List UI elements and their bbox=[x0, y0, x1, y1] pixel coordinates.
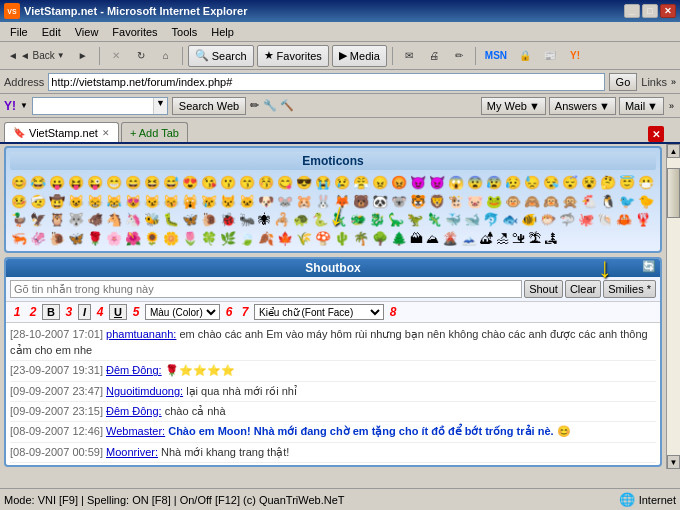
emoticon[interactable]: 🐔 bbox=[580, 193, 598, 211]
emoticon[interactable]: 🙈 bbox=[523, 193, 541, 211]
emoticon[interactable]: 😴 bbox=[561, 174, 579, 192]
search-web-button[interactable]: Search Web bbox=[172, 97, 246, 115]
emoticon[interactable]: 🤠 bbox=[48, 193, 66, 211]
main-scrollbar[interactable]: ▲ ▼ bbox=[666, 144, 680, 469]
emoticon[interactable]: 🌋 bbox=[441, 230, 459, 248]
shout-user[interactable]: Đêm Đông: bbox=[106, 405, 162, 417]
menu-help[interactable]: Help bbox=[205, 25, 240, 39]
extra-btn3[interactable]: Y! bbox=[564, 45, 586, 67]
smilies-button[interactable]: Smilies * bbox=[603, 280, 656, 298]
emoticon[interactable]: 😹 bbox=[105, 193, 123, 211]
emoticon[interactable]: 😭 bbox=[314, 174, 332, 192]
emoticon[interactable]: 🐻 bbox=[352, 193, 370, 211]
scroll-up-button[interactable]: ▲ bbox=[667, 144, 680, 158]
emoticon[interactable]: ⛰ bbox=[425, 230, 440, 248]
emoticon[interactable]: 🦊 bbox=[333, 193, 351, 211]
favorites-button[interactable]: ★ Favorites bbox=[257, 45, 329, 67]
shout-input[interactable] bbox=[10, 280, 522, 298]
emoticon[interactable]: 😷 bbox=[637, 174, 655, 192]
emoticon[interactable]: 🏖 bbox=[495, 230, 510, 248]
emoticon[interactable]: 🙉 bbox=[542, 193, 560, 211]
scroll-thumb[interactable] bbox=[667, 168, 680, 218]
emoticon[interactable]: 🍁 bbox=[276, 230, 294, 248]
active-tab[interactable]: 🔖 VietStamp.net ✕ bbox=[4, 122, 119, 142]
emoticon[interactable]: 🐢 bbox=[292, 211, 310, 229]
emoticon[interactable]: 😪 bbox=[542, 174, 560, 192]
emoticon[interactable]: 🌴 bbox=[352, 230, 370, 248]
emoticon[interactable]: 🏜 bbox=[511, 230, 526, 248]
emoticon[interactable]: 🐯 bbox=[409, 193, 427, 211]
emoticon[interactable]: 🦈 bbox=[558, 211, 576, 229]
menu-tools[interactable]: Tools bbox=[166, 25, 204, 39]
emoticon[interactable]: 😛 bbox=[48, 174, 66, 192]
minimize-button[interactable]: _ bbox=[624, 4, 640, 18]
emoticon[interactable]: 🦀 bbox=[615, 211, 633, 229]
address-input[interactable] bbox=[48, 73, 604, 91]
font-select[interactable]: Kiểu chữ (Font Face) [Default] bbox=[254, 304, 384, 320]
emoticon[interactable]: 🐨 bbox=[390, 193, 408, 211]
emoticon[interactable]: 🐉 bbox=[368, 211, 386, 229]
emoticon[interactable]: 🌿 bbox=[219, 230, 237, 248]
ie-tab-close[interactable]: ✕ bbox=[648, 126, 664, 142]
extra-btn1[interactable]: 🔒 bbox=[514, 45, 536, 67]
emoticon[interactable]: 🐝 bbox=[143, 211, 161, 229]
emoticon[interactable]: 🐜 bbox=[238, 211, 256, 229]
clear-button[interactable]: Clear bbox=[565, 280, 601, 298]
emoticon[interactable]: 🐟 bbox=[501, 211, 519, 229]
shout-user[interactable]: Nguoitimduong: bbox=[106, 385, 183, 397]
stop-button[interactable]: ✕ bbox=[105, 45, 127, 67]
add-tab-button[interactable]: + Add Tab bbox=[121, 122, 188, 142]
emoticon[interactable]: 😂 bbox=[29, 174, 47, 192]
emoticon[interactable]: 🌷 bbox=[181, 230, 199, 248]
emoticon[interactable]: 🐶 bbox=[257, 193, 275, 211]
emoticon[interactable]: 🌲 bbox=[390, 230, 408, 248]
menu-edit[interactable]: Edit bbox=[36, 25, 67, 39]
emoticon[interactable]: 😍 bbox=[181, 174, 199, 192]
msn-button[interactable]: MSN bbox=[481, 45, 511, 67]
emoticon[interactable]: 🕷 bbox=[257, 211, 272, 229]
emoticon[interactable]: 🐬 bbox=[482, 211, 500, 229]
emoticon[interactable]: 🗻 bbox=[460, 230, 478, 248]
emoticon[interactable]: 🐧 bbox=[599, 193, 617, 211]
emoticon[interactable]: 🦋 bbox=[181, 211, 199, 229]
mail-button[interactable]: Mail ▼ bbox=[619, 97, 664, 115]
shout-user[interactable]: phamtuananh: bbox=[106, 328, 176, 340]
emoticon[interactable]: 😇 bbox=[618, 174, 636, 192]
emoticon[interactable]: 😺 bbox=[67, 193, 85, 211]
color-select[interactable]: Màu (Color) [Default] bbox=[145, 304, 220, 320]
emoticon[interactable]: 😈 bbox=[409, 174, 427, 192]
underline-button[interactable]: U bbox=[109, 304, 127, 320]
emoticon[interactable]: 😽 bbox=[162, 193, 180, 211]
close-button[interactable]: ✕ bbox=[660, 4, 676, 18]
emoticon[interactable]: 😋 bbox=[276, 174, 294, 192]
tab-close-button[interactable]: ✕ bbox=[102, 128, 110, 138]
emoticon[interactable]: 🐞 bbox=[219, 211, 237, 229]
emoticon[interactable]: 😙 bbox=[238, 174, 256, 192]
emoticon[interactable]: 🦑 bbox=[29, 230, 47, 248]
emoticon[interactable]: 🐱 bbox=[238, 193, 256, 211]
emoticon[interactable]: 🦆 bbox=[10, 211, 28, 229]
emoticon[interactable]: 😆 bbox=[143, 174, 161, 192]
emoticon[interactable]: 🍀 bbox=[200, 230, 218, 248]
maximize-button[interactable]: □ bbox=[642, 4, 658, 18]
emoticon[interactable]: 🐼 bbox=[371, 193, 389, 211]
emoticon[interactable]: 🦁 bbox=[428, 193, 446, 211]
emoticon[interactable]: 🐵 bbox=[504, 193, 522, 211]
search-input-dropdown[interactable]: ▼ bbox=[153, 98, 167, 114]
emoticon[interactable]: 🐛 bbox=[162, 211, 180, 229]
emoticon[interactable]: 🙊 bbox=[561, 193, 579, 211]
emoticon[interactable]: 🐌 bbox=[200, 211, 218, 229]
shout-user[interactable]: Đêm Đông: bbox=[106, 364, 162, 376]
emoticon[interactable]: 😜 bbox=[86, 174, 104, 192]
emoticon[interactable]: 😝 bbox=[67, 174, 85, 192]
emoticon[interactable]: 😤 bbox=[352, 174, 370, 192]
emoticon[interactable]: 🐴 bbox=[105, 211, 123, 229]
emoticon[interactable]: 🐳 bbox=[444, 211, 462, 229]
emoticon[interactable]: 🦋 bbox=[67, 230, 85, 248]
back-button[interactable]: ◄ ◄ Back ▼ bbox=[4, 45, 69, 67]
emoticon[interactable]: 😢 bbox=[333, 174, 351, 192]
emoticon[interactable]: 🐍 bbox=[311, 211, 329, 229]
emoticon[interactable]: 🤒 bbox=[10, 193, 28, 211]
emoticon[interactable]: 🦞 bbox=[634, 211, 652, 229]
emoticon[interactable]: 🤔 bbox=[599, 174, 617, 192]
